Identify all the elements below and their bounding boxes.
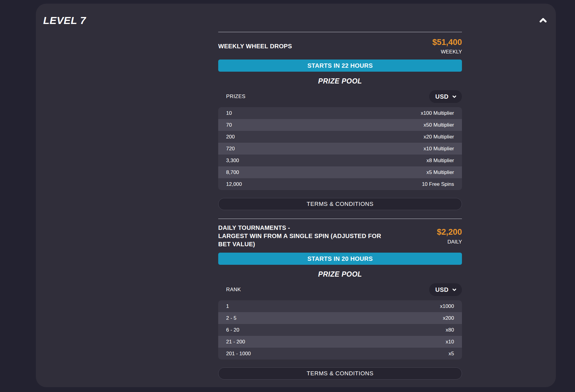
collapse-button[interactable]	[537, 14, 549, 26]
row-rank: 2 - 5	[226, 315, 236, 321]
section-title: DAILY TOURNAMENTS - LARGEST WIN FROM A S…	[218, 224, 382, 248]
column-label: PRIZES	[226, 94, 246, 100]
prize-pool-heading: PRIZE POOL	[218, 270, 462, 278]
table-row: 1 x1000	[218, 300, 462, 312]
chevron-down-icon	[452, 287, 457, 292]
chevron-down-icon	[452, 94, 457, 99]
section-title-line2: LARGEST WIN FROM A SINGLE SPIN (ADJUSTED…	[218, 232, 382, 248]
promotions-content: WEEKLY WHEEL DROPS $51,400 WEEKLY STARTS…	[218, 4, 462, 380]
row-value: x20 Multiplier	[424, 134, 454, 140]
prize-period: WEEKLY	[432, 49, 462, 55]
section-header: WEEKLY WHEEL DROPS $51,400 WEEKLY	[218, 37, 462, 55]
column-label: RANK	[226, 287, 241, 293]
row-prize: 200	[226, 134, 235, 140]
level-card: LEVEL 7 WEEKLY WHEEL DROPS $51,400 WEEKL…	[36, 4, 556, 387]
prize-amount: $51,400	[432, 37, 462, 47]
terms-conditions-button[interactable]: TERMS & CONDITIONS	[218, 367, 462, 380]
table-row: 2 - 5 x200	[218, 312, 462, 324]
table-row: 10 x100 Multiplier	[218, 107, 462, 119]
table-row: 21 - 200 x10	[218, 336, 462, 348]
currency-selector[interactable]: USD	[429, 283, 462, 296]
row-value: x1000	[440, 303, 454, 309]
row-prize: 12,000	[226, 181, 242, 187]
row-value: x10	[446, 339, 454, 345]
table-row: 12,000 10 Free Spins	[218, 178, 462, 190]
row-rank: 1	[226, 303, 229, 309]
table-row: 70 x50 Multiplier	[218, 119, 462, 131]
row-value: x80	[446, 327, 454, 333]
prize-amount: $2,200	[437, 227, 462, 237]
row-rank: 201 - 1000	[226, 351, 251, 357]
currency-value: USD	[435, 93, 449, 100]
row-value: x5	[449, 351, 454, 357]
currency-value: USD	[435, 286, 449, 293]
row-value: x100 Multiplier	[421, 110, 454, 116]
table-header: PRIZES USD	[218, 90, 462, 103]
row-value: x200	[443, 315, 454, 321]
row-prize: 8,700	[226, 169, 239, 176]
section-header: DAILY TOURNAMENTS - LARGEST WIN FROM A S…	[218, 224, 462, 248]
table-header: RANK USD	[218, 283, 462, 296]
row-value: x8 Multiplier	[426, 158, 454, 164]
prize-table: 10 x100 Multiplier 70 x50 Multiplier 200…	[218, 107, 462, 190]
table-row: 720 x10 Multiplier	[218, 143, 462, 155]
row-prize: 720	[226, 146, 235, 152]
countdown-button[interactable]: STARTS IN 20 HOURS	[218, 253, 462, 265]
prize-pool-heading: PRIZE POOL	[218, 77, 462, 85]
page-title: LEVEL 7	[43, 15, 86, 26]
terms-conditions-button[interactable]: TERMS & CONDITIONS	[218, 198, 462, 210]
table-row: 3,300 x8 Multiplier	[218, 155, 462, 166]
row-rank: 6 - 20	[226, 327, 239, 333]
currency-selector[interactable]: USD	[429, 90, 462, 103]
chevron-up-icon	[538, 15, 548, 25]
row-prize: 3,300	[226, 158, 239, 164]
prize-table: 1 x1000 2 - 5 x200 6 - 20 x80 21 - 200 x…	[218, 300, 462, 360]
section-divider	[218, 219, 462, 219]
row-value: x50 Multiplier	[424, 122, 454, 128]
table-row: 200 x20 Multiplier	[218, 131, 462, 143]
row-value: x5 Multiplier	[426, 169, 454, 176]
countdown-button[interactable]: STARTS IN 22 HOURS	[218, 60, 462, 72]
section-title: WEEKLY WHEEL DROPS	[218, 42, 292, 50]
section-title-line1: DAILY TOURNAMENTS -	[218, 224, 382, 232]
table-row: 201 - 1000 x5	[218, 348, 462, 360]
table-row: 8,700 x5 Multiplier	[218, 166, 462, 178]
prize-amount-stack: $51,400 WEEKLY	[432, 37, 462, 55]
prize-amount-stack: $2,200 DAILY	[437, 227, 462, 245]
row-value: 10 Free Spins	[422, 181, 454, 187]
section-divider	[218, 32, 462, 32]
row-prize: 10	[226, 110, 232, 116]
row-rank: 21 - 200	[226, 339, 245, 345]
row-prize: 70	[226, 122, 232, 128]
prize-period: DAILY	[437, 239, 462, 245]
row-value: x10 Multiplier	[424, 146, 454, 152]
table-row: 6 - 20 x80	[218, 324, 462, 336]
